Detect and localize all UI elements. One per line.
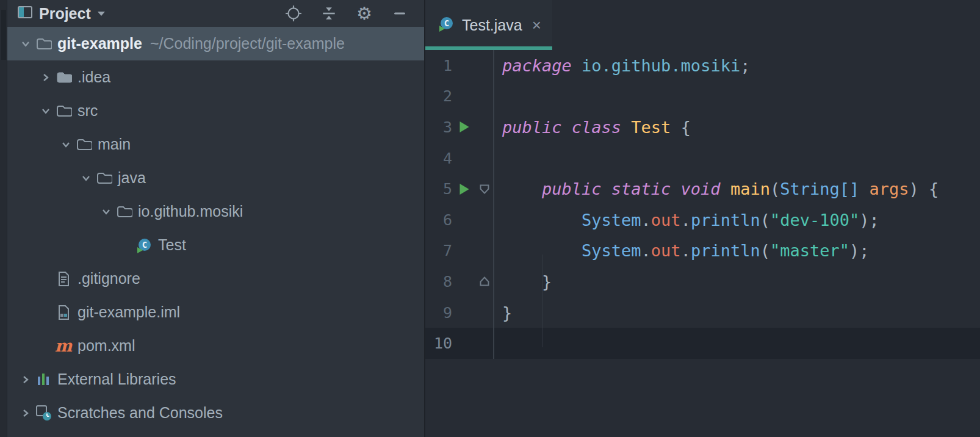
token-pun [621, 118, 631, 137]
chevron-down-icon[interactable] [97, 8, 106, 19]
line-number[interactable]: 7 [425, 242, 452, 259]
token-pun: ( [760, 241, 770, 260]
editor-gutter[interactable]: 4 [425, 143, 494, 174]
tree-item-git-example-iml[interactable]: git-example.iml [7, 295, 424, 329]
scratches-icon [35, 405, 52, 421]
token-kw: public static void [542, 179, 721, 198]
code-line-2: 2 [425, 81, 980, 112]
token-pun: . [641, 211, 651, 229]
code-text: package io.github.mosiki; [494, 56, 750, 75]
project-panel-header: Project ⚙ [7, 0, 424, 27]
indent-guide [542, 255, 542, 347]
class-icon: C [135, 237, 153, 254]
collapse-all-button[interactable] [320, 5, 337, 22]
run-gutter-icon[interactable] [452, 182, 475, 197]
tree-item-path: ~/Coding/project/git-example [150, 35, 345, 52]
tree-item-label: io.github.mosiki [138, 203, 243, 220]
tree-item--gitignore[interactable]: .gitignore [7, 262, 424, 295]
chevron-right-icon[interactable] [39, 71, 52, 84]
svg-text:C: C [444, 18, 449, 28]
line-number[interactable]: 8 [425, 273, 452, 291]
token-type: System [582, 241, 641, 260]
line-number[interactable]: 1 [425, 57, 452, 74]
code-editor[interactable]: 1package io.github.mosiki;23public class… [425, 50, 980, 437]
tree-item-pom-xml[interactable]: mpom.xml [7, 329, 424, 363]
tree-item-external-libraries[interactable]: External Libraries [7, 363, 424, 396]
tool-window-stripe[interactable] [0, 0, 7, 437]
editor-gutter[interactable]: 7 [425, 236, 494, 267]
token-fn: main [730, 179, 770, 198]
token-pun: . [641, 241, 651, 260]
tab-close-icon[interactable]: × [532, 17, 541, 33]
chevron-down-icon[interactable] [59, 138, 73, 151]
token-field: out [651, 211, 681, 229]
token-pun: } [502, 303, 512, 322]
line-number[interactable]: 4 [425, 150, 452, 167]
line-number[interactable]: 6 [425, 211, 452, 229]
tree-item-io-github-mosiki[interactable]: io.github.mosiki [7, 195, 424, 228]
tree-item-main[interactable]: main [7, 128, 424, 161]
hide-button[interactable] [391, 5, 408, 22]
tree-item-label: git-example.iml [77, 303, 180, 321]
token-field: out [651, 241, 681, 260]
chevron-down-icon[interactable] [39, 104, 52, 118]
tree-item-test[interactable]: CTest [7, 228, 424, 262]
editor-gutter[interactable]: 10 [425, 328, 494, 359]
code-text: System.out.println("dev-100"); [494, 211, 879, 229]
editor-gutter[interactable]: 8 [425, 266, 494, 297]
token-type: String[] [780, 179, 859, 198]
chevron-down-icon[interactable] [79, 172, 93, 185]
tree-item--idea[interactable]: .idea [7, 60, 424, 94]
token-pun: ); [849, 241, 870, 260]
fold-open-icon[interactable] [477, 183, 492, 195]
line-number[interactable]: 9 [425, 304, 452, 322]
fold-close-icon[interactable] [477, 275, 492, 287]
locate-button[interactable] [285, 5, 302, 22]
chevron-right-icon[interactable] [19, 406, 32, 420]
tree-item-git-example[interactable]: git-example~/Coding/project/git-example [7, 27, 424, 60]
tree-item-label: git-example [57, 35, 142, 52]
token-type: System [582, 211, 641, 229]
editor-gutter[interactable]: 6 [425, 204, 494, 236]
project-view-icon [17, 4, 33, 23]
code-text: } [494, 272, 552, 291]
tree-item-src[interactable]: src [7, 94, 424, 128]
editor-gutter[interactable]: 9 [425, 297, 494, 328]
line-number[interactable]: 5 [425, 180, 452, 198]
chevron-right-icon[interactable] [19, 373, 32, 386]
run-gutter-icon[interactable] [452, 120, 475, 134]
text-file-icon [57, 271, 70, 287]
chevron-down-icon[interactable] [19, 37, 32, 51]
code-text: public static void main(String[] args) { [494, 179, 939, 198]
editor-gutter[interactable]: 1 [425, 50, 494, 81]
line-number[interactable]: 3 [425, 118, 452, 136]
token-arg: args [870, 179, 909, 198]
tree-item-java[interactable]: java [7, 161, 424, 195]
tab-test-java[interactable]: C Test.java × [425, 0, 552, 50]
panel-title[interactable]: Project [39, 5, 91, 23]
settings-button[interactable]: ⚙ [356, 5, 373, 22]
token-pun [859, 179, 869, 198]
line-number[interactable]: 2 [425, 87, 452, 105]
line-number[interactable]: 10 [425, 334, 452, 352]
editor-gutter[interactable]: 5 [425, 173, 494, 204]
editor-gutter[interactable]: 2 [425, 81, 494, 112]
code-line-9: 9} [425, 297, 980, 328]
code-line-5: 5 public static void main(String[] args)… [425, 173, 980, 204]
code-line-10: 10 [425, 328, 980, 359]
token-pun [572, 56, 582, 75]
library-icon [36, 372, 51, 387]
token-type: println [691, 241, 760, 260]
folder-icon [35, 37, 52, 51]
tree-item-scratches-and-consoles[interactable]: Scratches and Consoles [7, 396, 424, 430]
maven-icon: m [55, 338, 73, 354]
tree-item-label: main [98, 135, 131, 153]
tree-item-label: java [118, 169, 146, 187]
token-pun: } [502, 272, 552, 291]
token-pun: ); [859, 211, 879, 229]
editor-gutter[interactable]: 3 [425, 112, 494, 143]
chevron-down-icon[interactable] [99, 205, 113, 218]
tree-item-label: src [77, 102, 98, 120]
folder-icon [56, 70, 72, 85]
code-line-3: 3public class Test { [425, 112, 980, 143]
